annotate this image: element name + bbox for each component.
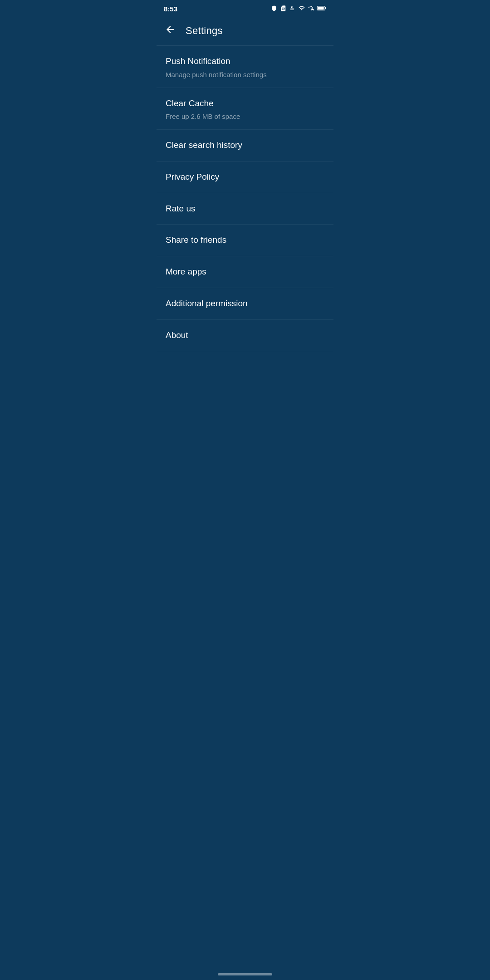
settings-item-push-notification[interactable]: Push NotificationManage push notificatio… [157, 46, 333, 88]
settings-item-title-clear-cache: Clear Cache [166, 98, 324, 109]
svg-rect-2 [312, 7, 313, 10]
settings-item-title-privacy-policy: Privacy Policy [166, 172, 324, 183]
settings-item-title-about: About [166, 330, 324, 341]
status-icons [271, 5, 326, 13]
settings-list: Push NotificationManage push notificatio… [157, 46, 333, 351]
settings-item-privacy-policy[interactable]: Privacy Policy [157, 162, 333, 193]
settings-item-more-apps[interactable]: More apps [157, 256, 333, 288]
settings-item-title-push-notification: Push Notification [166, 56, 324, 67]
svg-rect-5 [318, 6, 324, 9]
settings-item-clear-search-history[interactable]: Clear search history [157, 130, 333, 162]
sim-icon [280, 5, 286, 13]
svg-rect-0 [311, 8, 311, 10]
settings-item-subtitle-clear-cache: Free up 2.6 MB of space [166, 112, 324, 121]
settings-item-title-more-apps: More apps [166, 266, 324, 278]
svg-rect-4 [325, 7, 326, 9]
signal-icon [308, 5, 314, 13]
settings-item-subtitle-push-notification: Manage push notification settings [166, 70, 324, 79]
settings-item-title-share-to-friends: Share to friends [166, 235, 324, 246]
settings-item-additional-permission[interactable]: Additional permission [157, 288, 333, 320]
settings-item-rate-us[interactable]: Rate us [157, 193, 333, 225]
settings-item-title-clear-search-history: Clear search history [166, 140, 324, 151]
back-button[interactable] [162, 23, 178, 39]
settings-item-about[interactable]: About [157, 320, 333, 352]
settings-item-share-to-friends[interactable]: Share to friends [157, 225, 333, 256]
battery-icon [317, 5, 326, 13]
shield-icon [271, 5, 277, 13]
settings-item-title-rate-us: Rate us [166, 203, 324, 215]
settings-item-clear-cache[interactable]: Clear CacheFree up 2.6 MB of space [157, 88, 333, 130]
font-icon [289, 5, 295, 13]
toolbar: Settings [157, 16, 333, 46]
settings-item-title-additional-permission: Additional permission [166, 298, 324, 309]
wifi-icon [298, 5, 305, 13]
page-title: Settings [186, 25, 223, 37]
svg-rect-1 [312, 7, 312, 10]
status-time: 8:53 [164, 5, 177, 13]
status-bar: 8:53 [157, 0, 333, 16]
back-arrow-icon [165, 24, 176, 38]
